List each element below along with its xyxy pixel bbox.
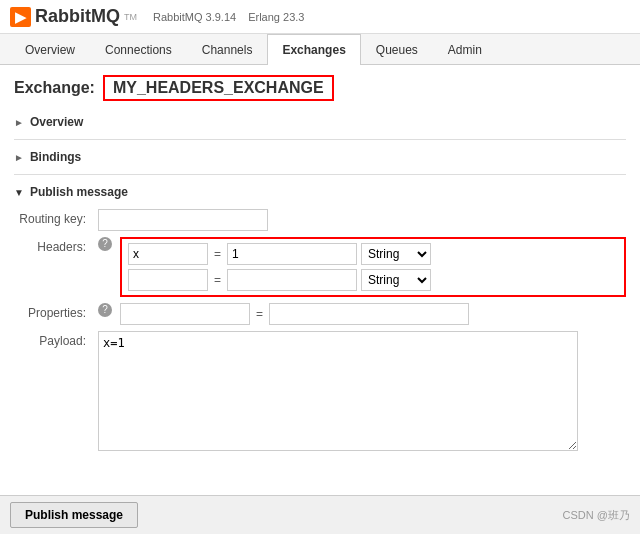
header-type-select-1[interactable]: String Number Boolean: [361, 243, 431, 265]
prop-val-1[interactable]: [269, 303, 469, 325]
divider-1: [14, 139, 626, 140]
routing-key-row: Routing key:: [14, 209, 626, 231]
nav-channels[interactable]: Channels: [187, 34, 268, 65]
prop-key-1[interactable]: [120, 303, 250, 325]
main-nav: Overview Connections Channels Exchanges …: [0, 34, 640, 65]
properties-row: Properties: ? =: [14, 303, 626, 325]
equals-sign-1: =: [212, 247, 223, 261]
equals-sign-2: =: [212, 273, 223, 287]
version-info: RabbitMQ 3.9.14 Erlang 23.3: [153, 11, 304, 23]
publish-arrow-icon: ▼: [14, 187, 24, 198]
bindings-arrow-icon: ►: [14, 152, 24, 163]
headers-wrapper: = String Number Boolean = String Numb: [120, 237, 626, 297]
page-content: Exchange: MY_HEADERS_EXCHANGE ► Overview…: [0, 65, 640, 467]
divider-2: [14, 174, 626, 175]
section-bindings-header[interactable]: ► Bindings: [14, 146, 626, 168]
rabbitmq-version: RabbitMQ 3.9.14: [153, 11, 236, 23]
routing-key-input[interactable]: [98, 209, 268, 231]
exchange-title: Exchange: MY_HEADERS_EXCHANGE: [14, 75, 626, 101]
header-row-1: = String Number Boolean: [128, 243, 618, 265]
nav-queues[interactable]: Queues: [361, 34, 433, 65]
nav-admin[interactable]: Admin: [433, 34, 497, 65]
erlang-version: Erlang 23.3: [248, 11, 304, 23]
properties-label: Properties:: [14, 303, 94, 320]
csdn-credit: CSDN @班乃: [563, 508, 630, 523]
publish-message-button[interactable]: Publish message: [10, 502, 138, 528]
logo-tm: TM: [124, 12, 137, 22]
exchange-label: Exchange:: [14, 79, 95, 97]
headers-row: Headers: ? = String Number Boolean: [14, 237, 626, 297]
footer-bar: Publish message CSDN @班乃: [0, 495, 640, 534]
publish-section: Routing key: Headers: ? = String Number …: [14, 209, 626, 451]
nav-exchanges[interactable]: Exchanges: [267, 34, 360, 65]
payload-row: Payload: x=1: [14, 331, 626, 451]
logo-icon: ▶: [10, 7, 31, 27]
logo: ▶ RabbitMQ TM: [10, 6, 137, 27]
headers-help-icon[interactable]: ?: [98, 237, 112, 251]
header-key-2[interactable]: [128, 269, 208, 291]
logo-text: RabbitMQ: [35, 6, 120, 27]
header-row-2: = String Number Boolean: [128, 269, 618, 291]
section-overview-header[interactable]: ► Overview: [14, 111, 626, 133]
equals-sign-prop: =: [254, 307, 265, 321]
exchange-name: MY_HEADERS_EXCHANGE: [103, 75, 334, 101]
payload-label: Payload:: [14, 331, 94, 348]
header-key-1[interactable]: [128, 243, 208, 265]
section-bindings-label: Bindings: [30, 150, 81, 164]
payload-textarea[interactable]: x=1: [98, 331, 578, 451]
header-type-select-2[interactable]: String Number Boolean: [361, 269, 431, 291]
nav-connections[interactable]: Connections: [90, 34, 187, 65]
top-header: ▶ RabbitMQ TM RabbitMQ 3.9.14 Erlang 23.…: [0, 0, 640, 34]
properties-help-icon[interactable]: ?: [98, 303, 112, 317]
nav-overview[interactable]: Overview: [10, 34, 90, 65]
headers-label: Headers:: [14, 237, 94, 254]
routing-key-label: Routing key:: [14, 209, 94, 226]
section-publish-header[interactable]: ▼ Publish message: [14, 181, 626, 203]
props-row-inner: =: [120, 303, 469, 325]
overview-arrow-icon: ►: [14, 117, 24, 128]
section-publish-label: Publish message: [30, 185, 128, 199]
header-val-1[interactable]: [227, 243, 357, 265]
section-overview-label: Overview: [30, 115, 83, 129]
header-val-2[interactable]: [227, 269, 357, 291]
